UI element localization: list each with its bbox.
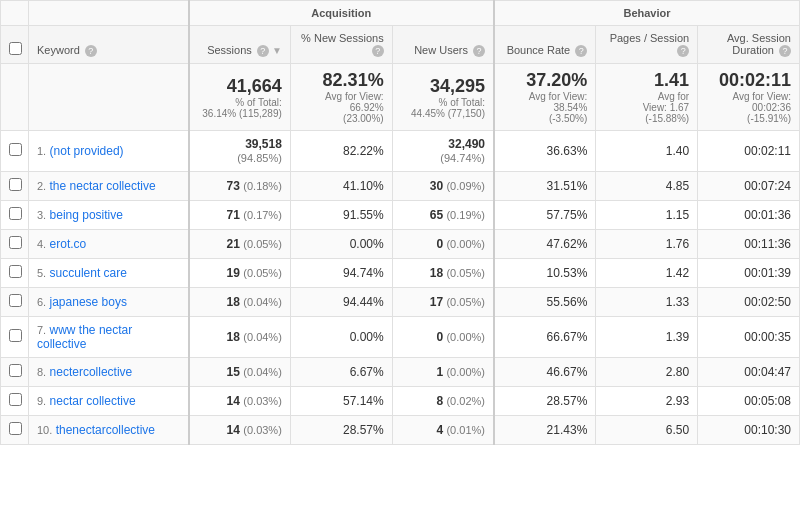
row-checkbox-cell[interactable]: [1, 358, 29, 387]
row-checkbox-cell[interactable]: [1, 201, 29, 230]
sessions-help-icon[interactable]: ?: [257, 45, 269, 57]
row-checkbox-cell[interactable]: [1, 131, 29, 172]
row-checkbox[interactable]: [9, 393, 22, 406]
row-checkbox[interactable]: [9, 236, 22, 249]
row-pages-cell: 4.85: [596, 172, 698, 201]
row-number: 1.: [37, 145, 46, 157]
row-checkbox-cell[interactable]: [1, 416, 29, 445]
row-pages-value: 1.39: [666, 330, 689, 344]
row-checkbox[interactable]: [9, 422, 22, 435]
row-number: 7.: [37, 324, 46, 336]
totals-sessions-sub: % of Total: 36.14% (115,289): [198, 97, 282, 119]
keyword-link[interactable]: nectercollective: [50, 365, 133, 379]
keyword-help-icon[interactable]: ?: [85, 45, 97, 57]
row-new-users-value: 1: [436, 365, 443, 379]
duration-col-header: Avg. Session Duration ?: [698, 26, 800, 64]
acquisition-group-header: Acquisition: [189, 1, 494, 26]
row-checkbox[interactable]: [9, 265, 22, 278]
row-sessions-value: 14: [227, 394, 240, 408]
keyword-link[interactable]: the nectar collective: [50, 179, 156, 193]
keyword-link[interactable]: nectar collective: [50, 394, 136, 408]
row-checkbox-cell[interactable]: [1, 230, 29, 259]
totals-duration-sub: Avg for View: 00:02:36 (-15.91%): [706, 91, 791, 124]
row-keyword-cell: 4. erot.co: [29, 230, 189, 259]
row-pages-cell: 1.42: [596, 259, 698, 288]
row-checkbox[interactable]: [9, 364, 22, 377]
row-new-users-pct: (0.09%): [446, 180, 485, 192]
row-pages-cell: 6.50: [596, 416, 698, 445]
row-sessions-cell: 73 (0.18%): [189, 172, 291, 201]
keyword-link[interactable]: succulent care: [50, 266, 127, 280]
pct-new-help-icon[interactable]: ?: [372, 45, 384, 57]
row-pages-cell: 2.80: [596, 358, 698, 387]
row-new-users-cell: 0 (0.00%): [392, 317, 494, 358]
sessions-sort-icon[interactable]: ▼: [272, 45, 282, 56]
row-number: 8.: [37, 366, 46, 378]
duration-help-icon[interactable]: ?: [779, 45, 791, 57]
keyword-link[interactable]: being positive: [50, 208, 123, 222]
row-pct-new-cell: 91.55%: [290, 201, 392, 230]
row-bounce-cell: 31.51%: [494, 172, 596, 201]
row-sessions-value: 21: [227, 237, 240, 251]
bounce-help-icon[interactable]: ?: [575, 45, 587, 57]
pages-help-icon[interactable]: ?: [677, 45, 689, 57]
row-pct-new-value: 6.67%: [350, 365, 384, 379]
keyword-link[interactable]: erot.co: [50, 237, 87, 251]
row-duration-cell: 00:07:24: [698, 172, 800, 201]
totals-duration-value: 00:02:11: [706, 70, 791, 91]
row-bounce-cell: 55.56%: [494, 288, 596, 317]
row-keyword-cell: 6. japanese boys: [29, 288, 189, 317]
new-users-help-icon[interactable]: ?: [473, 45, 485, 57]
row-pct-new-value: 28.57%: [343, 423, 384, 437]
row-bounce-cell: 46.67%: [494, 358, 596, 387]
pages-col-label: Pages / Session: [610, 32, 690, 44]
bounce-col-label: Bounce Rate: [507, 44, 571, 56]
row-pct-new-cell: 94.74%: [290, 259, 392, 288]
row-sessions-cell: 19 (0.05%): [189, 259, 291, 288]
table-row: 8. nectercollective 15 (0.04%) 6.67% 1 (…: [1, 358, 800, 387]
row-pages-cell: 2.93: [596, 387, 698, 416]
row-checkbox-cell[interactable]: [1, 317, 29, 358]
totals-pct-new-sub: Avg for View: 66.92% (23.00%): [299, 91, 384, 124]
row-checkbox[interactable]: [9, 207, 22, 220]
row-checkbox-cell[interactable]: [1, 288, 29, 317]
row-pct-new-value: 0.00%: [350, 330, 384, 344]
row-duration-cell: 00:04:47: [698, 358, 800, 387]
row-bounce-value: 55.56%: [547, 295, 588, 309]
keyword-link[interactable]: (not provided): [50, 144, 124, 158]
row-number: 4.: [37, 238, 46, 250]
row-checkbox[interactable]: [9, 294, 22, 307]
row-sessions-cell: 21 (0.05%): [189, 230, 291, 259]
row-new-users-pct: (0.19%): [446, 209, 485, 221]
row-bounce-value: 36.63%: [547, 144, 588, 158]
row-pct-new-value: 94.74%: [343, 266, 384, 280]
keyword-link[interactable]: www the nectar collective: [37, 323, 132, 351]
row-checkbox[interactable]: [9, 143, 22, 156]
row-sessions-pct: (0.03%): [243, 424, 282, 436]
row-keyword-cell: 5. succulent care: [29, 259, 189, 288]
row-checkbox-cell[interactable]: [1, 172, 29, 201]
row-new-users-cell: 0 (0.00%): [392, 230, 494, 259]
row-pct-new-cell: 41.10%: [290, 172, 392, 201]
select-all-checkbox-header[interactable]: [1, 26, 29, 64]
row-pct-new-value: 82.22%: [343, 144, 384, 158]
row-duration-value: 00:07:24: [744, 179, 791, 193]
select-all-checkbox[interactable]: [9, 42, 22, 55]
row-checkbox[interactable]: [9, 178, 22, 191]
row-checkbox[interactable]: [9, 329, 22, 342]
row-new-users-cell: 18 (0.05%): [392, 259, 494, 288]
row-bounce-value: 66.67%: [547, 330, 588, 344]
row-pct-new-value: 0.00%: [350, 237, 384, 251]
totals-new-users-cell: 34,295 % of Total: 44.45% (77,150): [392, 64, 494, 131]
row-new-users-cell: 1 (0.00%): [392, 358, 494, 387]
row-checkbox-cell[interactable]: [1, 387, 29, 416]
row-pct-new-cell: 94.44%: [290, 288, 392, 317]
row-new-users-pct: (0.05%): [446, 267, 485, 279]
keyword-link[interactable]: thenectarcollective: [56, 423, 155, 437]
keyword-link[interactable]: japanese boys: [50, 295, 127, 309]
row-number: 9.: [37, 395, 46, 407]
row-pct-new-cell: 28.57%: [290, 416, 392, 445]
row-new-users-value: 8: [436, 394, 443, 408]
row-checkbox-cell[interactable]: [1, 259, 29, 288]
row-keyword-cell: 9. nectar collective: [29, 387, 189, 416]
